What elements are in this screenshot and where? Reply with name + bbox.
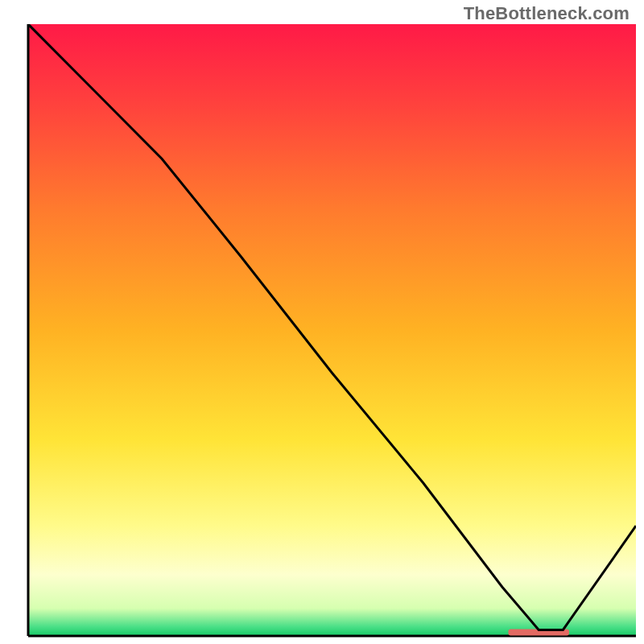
bottleneck-chart xyxy=(0,0,644,644)
chart-frame: TheBottleneck.com xyxy=(0,0,644,644)
